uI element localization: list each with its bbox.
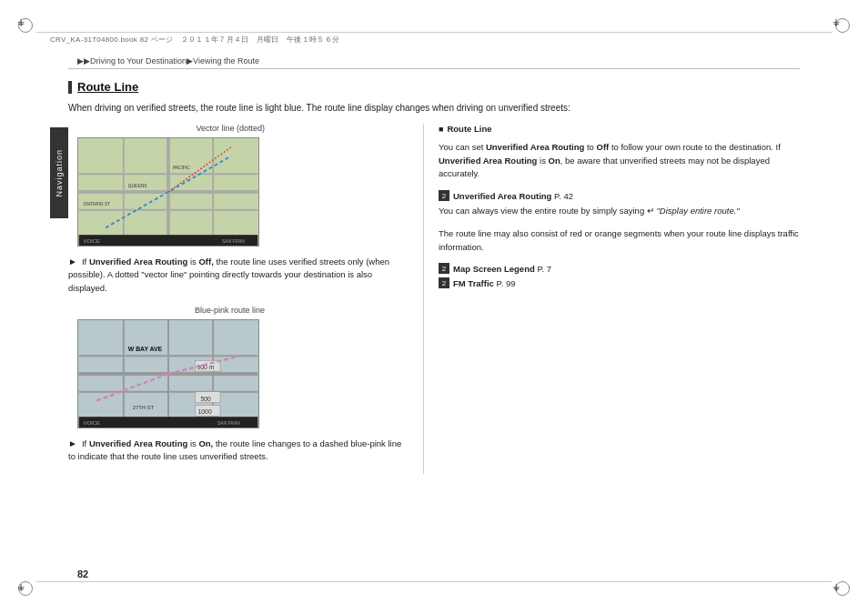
section-header-bar [68,81,72,94]
right-para2: You can always view the entire route by … [439,205,800,218]
image1-map-wrapper: ONTARIO ST QUEENS PACIFIC VOICE SAN FRAN [77,137,405,247]
page-number: 82 [77,569,88,579]
bullet2-text: If Unverified Area Routing is On, the ro… [68,438,401,461]
right-section-title: Route Line [439,124,800,134]
ref1-text: Unverified Area Routing P. 42 [453,191,573,201]
main-content: Route Line When driving on verified stre… [68,73,800,569]
svg-text:PACIFIC: PACIFIC [173,166,190,170]
bullet1-section: ► If Unverified Area Routing is Off, the… [68,256,405,295]
svg-text:SAN FRAN: SAN FRAN [217,421,240,426]
right-para1: You can set Unverified Area Routing to O… [439,141,800,181]
bullet2-section: ► If Unverified Area Routing is On, the … [68,438,405,464]
right-column: Route Line You can set Unverified Area R… [423,124,800,474]
bullet1-text: If Unverified Area Routing is Off, the r… [68,257,389,293]
top-border [36,32,832,33]
svg-text:SAN FRAN: SAN FRAN [222,239,245,244]
ref2-text: Map Screen Legend P. 7 [453,264,551,274]
two-col-layout: Vector line (dotted) [68,124,800,474]
crosshair-tl: + [18,18,31,31]
svg-text:1000: 1000 [197,408,211,415]
ref-icon-1: 2 [439,190,449,201]
file-info: CRV_KA-31T04800.book 82 ページ ２０１１年７月４日 月曜… [50,35,339,45]
svg-text:QUEENS: QUEENS [128,184,147,188]
ref-icon-3: 2 [439,277,449,288]
svg-text:W BAY AVE: W BAY AVE [128,346,163,352]
left-column: Vector line (dotted) [68,124,405,474]
svg-text:VOICE: VOICE [84,238,100,244]
crosshair-bl: + [18,583,31,596]
svg-text:27TH ST: 27TH ST [133,405,155,410]
bottom-border [36,581,832,582]
ref-link-3: 2 FM Traffic P. 99 [439,277,800,288]
image2-map-wrapper: W BAY AVE 900 m 500 1000 [77,319,405,428]
crosshair-tr: + [833,18,846,31]
ref-link-1: 2 Unverified Area Routing P. 42 [439,190,800,201]
svg-text:ONTARIO ST: ONTARIO ST [84,202,111,206]
crosshair-br: + [833,583,846,596]
breadcrumb: ▶▶Driving to Your Destination▶Viewing th… [77,56,259,65]
image1-caption-row: Vector line (dotted) [68,124,268,136]
ref-link-2: 2 Map Screen Legend P. 7 [439,263,800,274]
bullet1-arrow: ► [68,257,77,267]
image2-label: Blue-pink route line [195,306,268,315]
map-image-1: ONTARIO ST QUEENS PACIFIC VOICE SAN FRAN [77,137,259,247]
section-title: Route Line [77,80,138,94]
map-svg-1: ONTARIO ST QUEENS PACIFIC VOICE SAN FRAN [78,138,258,246]
map-image-2: W BAY AVE 900 m 500 1000 [77,319,259,428]
ref-icon-2: 2 [439,263,449,274]
map-svg-2: W BAY AVE 900 m 500 1000 [78,320,258,428]
nav-tab-label: Navigation [55,149,64,197]
intro-text: When driving on verified streets, the ro… [68,101,800,115]
bullet2-arrow: ► [68,438,77,448]
breadcrumb-line [68,68,800,69]
section-header: Route Line [68,80,800,94]
ref3-text: FM Traffic P. 99 [453,278,515,288]
nav-tab: Navigation [50,127,68,218]
image2-caption-row: Blue-pink route line [68,306,268,317]
svg-text:500: 500 [200,395,211,401]
image2-container: Blue-pink route line [68,306,405,428]
image1-label: Vector line (dotted) [196,124,268,133]
image1-container: Vector line (dotted) [68,124,405,247]
right-para3: The route line may also consist of red o… [439,227,800,254]
svg-text:VOICE: VOICE [84,420,100,426]
